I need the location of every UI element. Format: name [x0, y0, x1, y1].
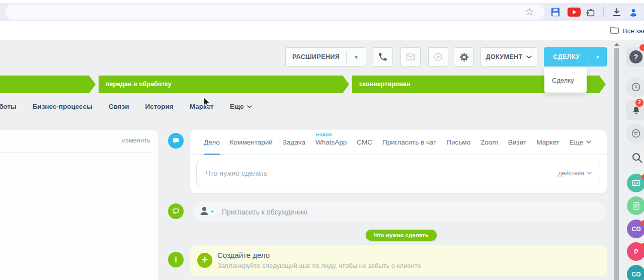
gear-icon [459, 52, 469, 62]
feed-tab-market[interactable]: Маркет [536, 130, 559, 155]
speech-bubble-icon [172, 136, 180, 145]
document-list-icon [631, 201, 641, 211]
info-glyph: i [175, 255, 177, 264]
feed-tab-invite-chat[interactable]: Пригласить в чат [382, 130, 436, 155]
invite-label: Пригласить к обсуждению [222, 208, 307, 216]
deal-menu-item[interactable]: Сделку [552, 77, 574, 84]
chevron-down-icon [526, 55, 532, 59]
bookmarks-separator [603, 26, 603, 36]
feed-tab-more[interactable]: Еще [570, 130, 591, 155]
chat-lines-icon [630, 128, 641, 139]
chevron-down-icon[interactable]: ▾ [347, 54, 366, 60]
feed-tab-comment[interactable]: Комментарий [230, 130, 273, 155]
address-bar[interactable] [5, 5, 544, 20]
browser-toolbar: ☆ [0, 3, 644, 21]
todo-input[interactable] [197, 169, 558, 177]
nav-tab-links[interactable]: Связи [109, 103, 129, 110]
todo-pill-button[interactable]: Что нужно сделать [366, 230, 437, 241]
settings-button[interactable] [454, 47, 474, 66]
phone-icon [378, 52, 388, 62]
plus-badge-icon: + [208, 208, 216, 216]
chrome-separator [603, 7, 604, 17]
chat-bubble-icon [433, 52, 443, 62]
help-notification-badge [639, 44, 644, 51]
nav-tab-robots[interactable]: оботы [0, 103, 17, 110]
feed-tab-whatsapp-label: WhatsApp [315, 138, 347, 146]
download-icon[interactable] [611, 7, 622, 18]
mail-button[interactable] [400, 47, 421, 66]
call-button[interactable] [373, 47, 393, 66]
folder-icon[interactable] [610, 26, 619, 36]
chevron-down-icon [247, 105, 252, 108]
profile-icon[interactable] [628, 7, 639, 18]
feed-tab-letter[interactable]: Письмо [446, 130, 470, 155]
invite-to-discussion[interactable]: + Пригласить к обсуждению [193, 201, 606, 222]
detail-panel: изменить [0, 130, 158, 280]
sidebar-divider [626, 71, 644, 71]
extensions-puzzle-icon[interactable] [585, 7, 596, 18]
info-card-subtitle: Запланируйте следующий шаг по лиду, чтоб… [217, 262, 421, 269]
actions-dropdown[interactable]: действия [558, 170, 600, 177]
feed-tab-deal[interactable]: Дело [204, 130, 220, 155]
add-user-avatar: + [199, 205, 214, 219]
contact-card-icon [631, 178, 641, 188]
document-button[interactable]: ДОКУМЕНТ [480, 47, 537, 66]
bookmark-star-icon[interactable]: ☆ [525, 6, 534, 19]
nav-tab-more-label: Еще [230, 103, 244, 110]
chevron-down-icon [587, 172, 592, 175]
mouse-cursor [203, 97, 212, 110]
stage-label: передан в обработку [106, 81, 171, 88]
history-clock-icon [630, 82, 641, 93]
todo-composer: действия [196, 159, 600, 187]
edit-link[interactable]: изменить [122, 136, 150, 144]
extensions-button[interactable]: РАСШИРЕНИЯ ▾ [285, 47, 366, 66]
avatar-initials: CO [632, 226, 641, 233]
chat-avatar-document[interactable] [627, 196, 644, 215]
speech-bubble-outline-icon [172, 207, 180, 216]
panel-divider [0, 152, 151, 153]
chat-button[interactable] [626, 123, 644, 144]
actions-label: действия [558, 170, 584, 177]
deal-button[interactable]: СДЕЛКУ ▾ [544, 47, 607, 66]
stage-bar-1[interactable] [0, 76, 96, 93]
avatar-badge [641, 220, 644, 226]
messenger-button[interactable] [428, 47, 448, 66]
add-activity-button[interactable]: + [197, 253, 212, 268]
youtube-extension-icon[interactable] [568, 8, 579, 19]
feed-tab-whatsapp[interactable]: НОВОЕ WhatsApp [315, 130, 347, 155]
chevron-down-icon [586, 141, 591, 144]
info-card-title: Создайте дело [217, 251, 270, 259]
chevron-down-icon[interactable]: ▾ [589, 54, 606, 60]
save-extension-icon[interactable] [550, 7, 561, 18]
stage-bar-2[interactable]: передан в обработку [99, 76, 349, 93]
discussion-timeline-icon[interactable] [168, 203, 184, 219]
info-timeline-icon[interactable]: i [168, 252, 184, 267]
scrollbar-thumb[interactable] [614, 48, 619, 280]
feed-tab-task[interactable]: Задача [283, 130, 305, 155]
bookmarks-bar: Все закл [0, 21, 644, 40]
all-bookmarks-label[interactable]: Все закл [623, 27, 644, 35]
create-activity-card: + Создайте дело Запланируйте следующий ш… [190, 245, 607, 276]
feed-tab-sms[interactable]: СМС [357, 130, 372, 155]
deal-dropdown-menu: Сделку [544, 67, 587, 93]
comment-timeline-icon[interactable] [168, 133, 184, 149]
feed-tab-zoom[interactable]: Zoom [480, 130, 498, 155]
feed-tabs: Дело Комментарий Задача НОВОЕ WhatsApp С… [190, 130, 607, 155]
feed-tab-visit[interactable]: Визит [508, 130, 526, 155]
nav-tab-more[interactable]: Еще [230, 103, 252, 110]
nav-tab-history[interactable]: История [145, 103, 173, 110]
scrollbar-up-arrow[interactable] [614, 43, 619, 46]
chat-avatar-co-2[interactable]: CO [627, 265, 644, 280]
deal-button-label: СДЕЛКУ [544, 53, 589, 60]
app-root: ☆ Все закл РАСШИРЕНИЯ ▾ [0, 0, 644, 280]
search-icon [631, 152, 643, 164]
feed-tab-more-label: Еще [570, 138, 583, 146]
nav-tab-business-processes[interactable]: Бизнес-процессы [33, 103, 93, 110]
history-button[interactable] [626, 77, 644, 97]
avatar-badge [641, 243, 644, 248]
avatar-initials: CO [632, 271, 641, 278]
document-button-label: ДОКУМЕНТ [486, 53, 523, 60]
search-button[interactable] [627, 148, 644, 168]
question-mark-icon: ? [629, 50, 642, 63]
stage-label: сконвертирован [359, 81, 410, 88]
